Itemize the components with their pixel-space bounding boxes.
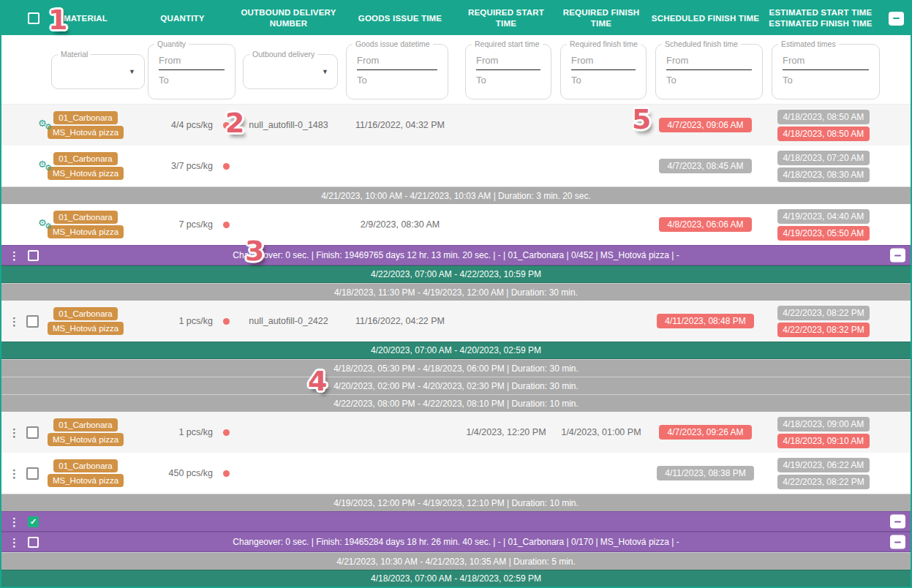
estimated-finish-badge: 4/19/2023, 05:50 AM bbox=[777, 226, 870, 241]
column-header-estimated: ESTIMATED START TIME ESTIMATED FINISH TI… bbox=[762, 7, 879, 29]
goods-issue-filter: Goods issue datetime bbox=[346, 44, 448, 99]
status-dot-icon bbox=[223, 429, 230, 436]
material-tag: MS_Hotová pizza bbox=[48, 433, 124, 446]
scheduling-table: MATERIAL QUANTITY OUTBOUND DELIVERY NUMB… bbox=[0, 0, 912, 588]
select-all-checkbox[interactable] bbox=[28, 12, 39, 24]
goods-issue-value: 11/16/2022, 04:32 PM bbox=[342, 120, 459, 130]
scheduled-finish-filter: Scheduled finish time bbox=[655, 44, 763, 99]
collapse-group-button[interactable] bbox=[890, 515, 905, 529]
estimated-start-badge: 4/18/2023, 09:00 AM bbox=[777, 417, 870, 431]
header-controls bbox=[1, 12, 42, 24]
material-tag: 01_Carbonara bbox=[53, 307, 118, 320]
material-tag: MS_Hotová pizza bbox=[48, 167, 124, 180]
scheduled-finish-badge: 4/11/2023, 08:48 PM bbox=[657, 314, 754, 328]
row-checkbox[interactable] bbox=[26, 467, 39, 480]
material-tag: 01_Carbonara bbox=[53, 111, 118, 124]
chevron-down-icon: ▼ bbox=[322, 68, 328, 75]
kebab-menu-icon[interactable]: ⋮ bbox=[9, 468, 20, 479]
status-dot-icon bbox=[223, 318, 230, 325]
filter-label: Scheduled finish time bbox=[662, 39, 741, 48]
estimated-start-badge: 4/19/2023, 06:22 AM bbox=[777, 458, 870, 472]
downtime-row: 4/21/2023, 10:00 AM - 4/21/2023, 10:03 A… bbox=[1, 186, 911, 204]
table-row[interactable]: ⚙⚙ 01_Carbonara MS_Hotová pizza 7 pcs/kg… bbox=[1, 204, 911, 245]
table-row[interactable]: ⋮ 01_Carbonara MS_Hotová pizza 1 pcs/kg … bbox=[1, 412, 911, 453]
row-checkbox-checked[interactable]: ✓ bbox=[28, 516, 39, 527]
filter-label: Quantity bbox=[154, 39, 189, 48]
estimated-to-input[interactable] bbox=[783, 70, 869, 87]
downtime-text: 4/21/2023, 10:30 AM - 4/21/2023, 10:35 A… bbox=[336, 557, 576, 567]
column-header-material: MATERIAL bbox=[42, 13, 129, 24]
header-collapse bbox=[879, 12, 912, 26]
goods-issue-from-input[interactable] bbox=[357, 53, 437, 70]
row-checkbox[interactable] bbox=[26, 315, 39, 328]
kebab-menu-icon[interactable]: ⋮ bbox=[9, 537, 20, 548]
row-checkbox[interactable] bbox=[28, 250, 39, 261]
shift-row: 4/22/2023, 07:00 AM - 4/22/2023, 10:59 P… bbox=[1, 265, 911, 283]
kebab-menu-icon[interactable]: ⋮ bbox=[9, 250, 20, 261]
required-start-from-input[interactable] bbox=[476, 53, 540, 70]
changeover-row[interactable]: ⋮ Changeover: 0 sec. | Finish: 19469765 … bbox=[1, 245, 911, 265]
material-tag: MS_Hotová pizza bbox=[48, 322, 124, 335]
estimated-finish-badge: 4/22/2023, 08:22 PM bbox=[777, 475, 870, 489]
outbound-delivery-value: null_autofill-0_2422 bbox=[235, 316, 342, 326]
downtime-row: 4/20/2023, 02:00 PM - 4/20/2023, 02:30 P… bbox=[1, 377, 911, 394]
material-tag: MS_Hotová pizza bbox=[48, 126, 124, 139]
column-header-quantity: QUANTITY bbox=[129, 13, 235, 24]
downtime-text: 4/18/2023, 11:30 PM - 4/19/2023, 12:00 A… bbox=[334, 287, 578, 298]
kebab-menu-icon[interactable]: ⋮ bbox=[9, 516, 20, 527]
table-body: ⚙⚙ 01_Carbonara MS_Hotová pizza 4/4 pcs/… bbox=[1, 105, 911, 588]
material-tag: 01_Carbonara bbox=[53, 418, 118, 431]
kebab-menu-icon[interactable]: ⋮ bbox=[9, 427, 20, 438]
changeover-row-selected[interactable]: ⋮ ✓ bbox=[1, 511, 911, 532]
scheduled-finish-from-input[interactable] bbox=[666, 53, 752, 70]
required-finish-to-input[interactable] bbox=[571, 70, 636, 87]
quantity-value: 1 pcs/kg bbox=[129, 427, 217, 437]
downtime-row: 4/21/2023, 10:30 AM - 4/21/2023, 10:35 A… bbox=[1, 552, 911, 570]
collapse-group-button[interactable] bbox=[890, 249, 905, 263]
status-dot-icon bbox=[223, 222, 230, 228]
quantity-value: 7 pcs/kg bbox=[129, 219, 217, 230]
material-filter-select[interactable]: Material ▼ bbox=[51, 54, 145, 89]
minus-icon bbox=[894, 521, 901, 522]
goods-issue-to-input[interactable] bbox=[357, 70, 437, 87]
goods-issue-value: 2/9/2023, 08:30 AM bbox=[342, 219, 459, 230]
estimated-finish-badge: 4/18/2023, 08:50 AM bbox=[777, 127, 870, 141]
scheduled-finish-badge: 4/7/2023, 09:06 AM bbox=[659, 118, 751, 132]
minus-icon bbox=[894, 541, 901, 543]
changeover-row[interactable]: ⋮ Changeover: 0 sec. | Finish: 19465284 … bbox=[1, 532, 911, 552]
table-row[interactable]: ⋮ 01_Carbonara MS_Hotová pizza 450 pcs/k… bbox=[1, 453, 911, 494]
collapse-table-button[interactable] bbox=[889, 12, 904, 26]
required-start-filter: Required start time bbox=[465, 44, 551, 99]
filter-label: Outbound delivery bbox=[249, 50, 317, 59]
downtime-text: 4/19/2023, 12:00 PM - 4/19/2023, 12:10 P… bbox=[333, 498, 579, 508]
material-tag: MS_Hotová pizza bbox=[48, 474, 124, 487]
table-row[interactable]: ⋮ 01_Carbonara MS_Hotová pizza 1 pcs/kg … bbox=[1, 301, 911, 342]
scheduled-finish-to-input[interactable] bbox=[666, 70, 752, 87]
outbound-filter-select[interactable]: Outbound delivery ▼ bbox=[243, 54, 338, 89]
quantity-value: 1 pcs/kg bbox=[129, 316, 217, 326]
required-start-value: 1/4/2023, 12:20 PM bbox=[459, 427, 554, 437]
table-row[interactable]: ⚙⚙ 01_Carbonara MS_Hotová pizza 4/4 pcs/… bbox=[1, 105, 911, 146]
downtime-text: 4/22/2023, 08:00 PM - 4/22/2023, 08:10 P… bbox=[333, 399, 579, 409]
quantity-to-input[interactable] bbox=[159, 70, 225, 87]
estimated-finish-badge: 4/18/2023, 08:30 AM bbox=[777, 167, 870, 182]
column-header-outbound: OUTBOUND DELIVERY NUMBER bbox=[235, 7, 342, 29]
collapse-group-button[interactable] bbox=[890, 535, 905, 549]
downtime-text: 4/18/2023, 05:30 PM - 4/18/2023, 06:00 P… bbox=[333, 363, 579, 374]
downtime-row: 4/18/2023, 05:30 PM - 4/18/2023, 06:00 P… bbox=[1, 359, 911, 377]
required-start-to-input[interactable] bbox=[476, 70, 540, 87]
kebab-menu-icon[interactable]: ⋮ bbox=[9, 316, 20, 327]
filter-label: Required start time bbox=[472, 39, 543, 48]
row-checkbox[interactable] bbox=[26, 426, 39, 439]
estimated-from-input[interactable] bbox=[783, 53, 869, 70]
table-row[interactable]: ⚙⚙ 01_Carbonara MS_Hotová pizza 3/7 pcs/… bbox=[1, 146, 911, 186]
row-checkbox[interactable] bbox=[28, 537, 39, 548]
required-finish-filter: Required finish time bbox=[560, 44, 647, 99]
quantity-from-input[interactable] bbox=[159, 53, 225, 70]
minus-icon bbox=[893, 18, 900, 19]
estimated-times-filter: Estimated times bbox=[772, 44, 880, 99]
estimated-start-badge: 4/18/2023, 07:20 AM bbox=[777, 151, 870, 165]
required-finish-from-input[interactable] bbox=[571, 53, 636, 70]
scheduled-finish-badge: 4/7/2023, 09:26 AM bbox=[659, 425, 751, 440]
downtime-row: 4/18/2023, 11:30 PM - 4/19/2023, 12:00 A… bbox=[1, 283, 911, 301]
